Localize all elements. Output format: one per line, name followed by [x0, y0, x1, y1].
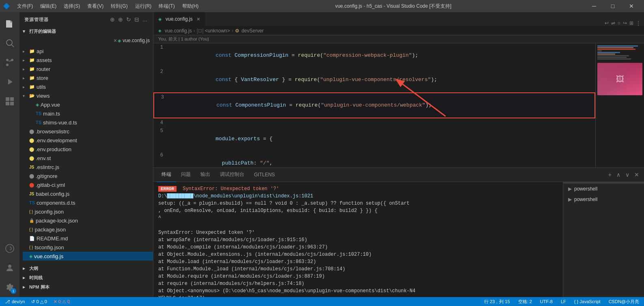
open-in-panel-icon[interactable]: ⊞	[629, 20, 633, 26]
tree-file-components-d-ts[interactable]: TS components.d.ts	[23, 198, 153, 207]
timeline-header[interactable]: 时间线	[19, 273, 153, 282]
menu-goto[interactable]: 转到(G)	[108, 2, 131, 11]
menu-view[interactable]: 查看(V)	[84, 2, 107, 11]
line-number-2: 2	[153, 68, 170, 92]
breadcrumb-devserver-label: devServer	[241, 28, 264, 34]
tree-file-readme[interactable]: 📄 README.md	[23, 234, 153, 243]
code-editor[interactable]: 1 const CompressionPlugin = require("com…	[153, 43, 595, 167]
tree-file-vue-config[interactable]: ◈ vue.config.js	[23, 252, 153, 261]
activity-source-control[interactable]	[0, 53, 19, 72]
tree-file-jsconfig[interactable]: { } jsconfig.json	[23, 207, 153, 216]
warning-icon: ⚠	[62, 299, 66, 304]
panel-tab-debug[interactable]: 调试控制台	[215, 168, 249, 182]
tree-folder-router[interactable]: ▸ 📁 router	[23, 64, 153, 73]
tree-file-browserslistrc[interactable]: ⬤ .browserslistrc	[23, 127, 153, 136]
tab-close-icon[interactable]: ×	[197, 16, 200, 22]
breadcrumb-devserver[interactable]: ⚙ devServer	[235, 28, 264, 34]
more-actions-icon[interactable]: ...	[142, 15, 148, 24]
activity-search[interactable]	[0, 33, 19, 53]
powershell-2-item[interactable]: ▶ powershell	[563, 194, 644, 205]
activity-explorer[interactable]	[0, 14, 19, 33]
json-icon-tsconfig: { }	[29, 245, 33, 250]
npm-header[interactable]: NPM 脚本	[19, 282, 153, 292]
activity-remote[interactable]	[0, 239, 19, 258]
tree-folder-api[interactable]: ▸ 📁 api	[23, 47, 153, 56]
close-editor-icon[interactable]: ×	[113, 37, 118, 44]
stack-line-8: at Module.load (internal/modules/cjs/loa…	[158, 258, 558, 265]
panel-add-icon[interactable]: +	[607, 171, 613, 179]
undo-icon[interactable]: ↩	[605, 20, 609, 26]
maximize-button[interactable]: □	[603, 0, 622, 12]
panel-tab-terminal[interactable]: 终端	[157, 168, 176, 182]
new-file-icon[interactable]: ⊕	[109, 15, 116, 24]
activity-run[interactable]	[0, 72, 19, 92]
terminal-output[interactable]: ERROR SyntaxError: Unexpected token '?' …	[153, 182, 563, 297]
tree-file-main-ts[interactable]: TS main.ts	[23, 109, 153, 118]
circle-icon[interactable]: ○	[618, 20, 620, 26]
close-button[interactable]: ✕	[622, 0, 641, 12]
tree-file-gitignore[interactable]: ⬤ .gitignore	[23, 171, 153, 180]
panel-tab-gitlens[interactable]: GITLENS	[249, 168, 280, 182]
outline-header[interactable]: 大纲	[19, 264, 153, 273]
status-line-ending[interactable]: LF	[559, 299, 568, 304]
status-spaces[interactable]: 空格: 2	[517, 299, 534, 305]
tree-folder-store[interactable]: ▸ 📁 store	[23, 73, 153, 82]
compare-icon[interactable]: ⇌	[611, 20, 615, 26]
tree-file-shims[interactable]: TS shims-vue.d.ts	[23, 118, 153, 127]
sidebar-content: 打开的编辑器 × ◈ vue.config.js ▸ 📁 api ▸	[19, 27, 153, 297]
tree-file-babel-config[interactable]: JS babel.config.js	[23, 189, 153, 198]
tree-folder-assets[interactable]: ▸ 📁 assets	[23, 56, 153, 64]
tree-file-package-json[interactable]: { } package.json	[23, 225, 153, 234]
status-branch[interactable]: ⎇ dev/yn	[3, 299, 26, 304]
activity-account[interactable]	[0, 258, 19, 278]
collapse-all-icon[interactable]: ⊟	[134, 15, 140, 24]
tab-vue-config[interactable]: ◈ vue.config.js ×	[153, 12, 205, 26]
menu-edit[interactable]: 编辑(E)	[37, 2, 60, 11]
new-folder-icon[interactable]: ⊕	[117, 15, 124, 24]
panel-tab-problems[interactable]: 问题	[176, 168, 196, 182]
powershell-1-item[interactable]: ▶ powershell	[563, 184, 644, 194]
menu-file[interactable]: 文件(F)	[14, 2, 36, 11]
tree-file-env-prod[interactable]: ⬤ .env.production	[23, 145, 153, 154]
open-editor-vue-config[interactable]: × ◈ vue.config.js	[19, 36, 153, 45]
status-language[interactable]: { } JavaScript	[573, 299, 602, 304]
tree-folder-utils[interactable]: ▸ 📁 utils	[23, 82, 153, 91]
tree-file-eslintrc[interactable]: JS .eslintrc.js	[23, 163, 153, 171]
breadcrumb-unknown[interactable]: [⊡] <unknown>	[197, 28, 230, 34]
activity-settings[interactable]: 1	[0, 278, 19, 297]
tree-file-app-vue[interactable]: ◈ App.vue	[23, 100, 153, 109]
refresh-icon[interactable]: ↻	[125, 15, 132, 24]
panel: 终端 问题 输出 调试控制台 GITLENS + ∧ ∨ ✕	[153, 167, 644, 297]
file-icon-browserslistrc: ⬤	[29, 129, 34, 134]
outline-chevron	[23, 266, 28, 271]
menu-run[interactable]: 运行(R)	[132, 2, 155, 11]
status-sync[interactable]: ↺ 0 △ 0	[30, 299, 48, 304]
activity-extensions[interactable]	[0, 92, 19, 111]
breadcrumb-file[interactable]: vue.config.js	[165, 28, 192, 34]
folder-chevron-api: ▸	[23, 49, 29, 53]
panel-close-icon[interactable]: ✕	[633, 171, 641, 179]
status-encoding[interactable]: UTF-8	[538, 299, 554, 304]
status-errors[interactable]: ✕ 0 ⚠ 0	[52, 299, 71, 304]
activity-bar: 1	[0, 12, 19, 297]
panel-chevron-up-icon[interactable]: ∧	[615, 171, 622, 179]
folder-icon-api: 📁	[29, 49, 35, 54]
tree-file-env-dev[interactable]: ⬤ .env.development	[23, 136, 153, 145]
split-icon[interactable]: ⋮	[636, 20, 641, 26]
forward-icon[interactable]: ↪	[623, 20, 627, 26]
tree-file-package-lock[interactable]: 🔒 package-lock.json	[23, 216, 153, 225]
status-user[interactable]: CSDN@小月亮	[607, 299, 641, 305]
menu-terminal[interactable]: 终端(T)	[155, 2, 178, 11]
minimize-button[interactable]: ─	[585, 0, 603, 12]
tree-file-gitlab-ci[interactable]: ⬤ .gitlab-ci.yml	[23, 180, 153, 189]
open-editors-header[interactable]: 打开的编辑器	[19, 27, 153, 36]
status-position[interactable]: 行 23，列 15	[482, 299, 512, 305]
tree-file-tsconfig[interactable]: { } tsconfig.json	[23, 243, 153, 252]
tree-folder-views[interactable]: ▾ 📂 views	[23, 91, 153, 100]
panel-chevron-down-icon[interactable]: ∨	[624, 171, 631, 179]
language-icon: { }	[574, 299, 578, 304]
menu-select[interactable]: 选择(S)	[60, 2, 83, 11]
tree-file-env-st[interactable]: ⬤ .env.st	[23, 154, 153, 163]
menu-help[interactable]: 帮助(H)	[179, 2, 202, 11]
panel-tab-output[interactable]: 输出	[196, 168, 215, 182]
